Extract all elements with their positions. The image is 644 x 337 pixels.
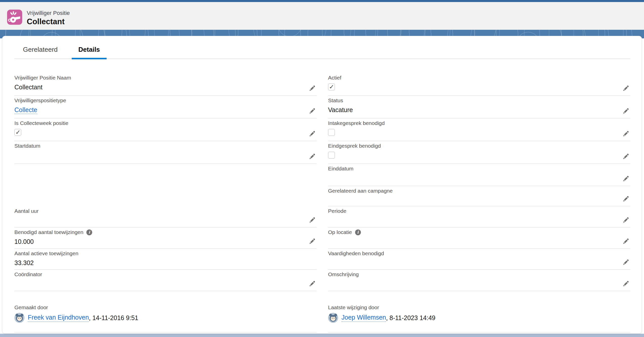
edit-pencil-icon[interactable] [622, 238, 629, 245]
modified-datetime: , 8-11-2023 14:49 [386, 314, 435, 322]
field-startdatum: Startdatum [14, 141, 317, 164]
tab-details[interactable]: Details [72, 46, 106, 59]
edit-pencil-icon[interactable] [309, 238, 316, 245]
field-status: Status Vacature [328, 96, 630, 118]
edit-pencil-icon[interactable] [622, 108, 629, 115]
created-datetime: , 14-11-2016 9:51 [89, 314, 138, 322]
positietype-link[interactable]: Collecte [14, 106, 37, 114]
collecteweek-checkbox: ✓ [14, 129, 21, 136]
record-detail-card: Gerelateerd Details Vrijwilliger Positie… [2, 36, 642, 334]
system-field-grid: Gemaakt door Freek van Eijndhoven [14, 303, 630, 332]
edit-pencil-icon[interactable] [622, 259, 629, 266]
checkmark-icon: ✓ [329, 83, 334, 90]
field-omschrijving: Omschrijving [328, 270, 630, 291]
field-vrijwilliger-positie-naam: Vrijwilliger Positie Naam Collectant [14, 73, 317, 96]
field-gerelateerd-aan-campagne: Gerelateerd aan campagne [328, 186, 630, 206]
modified-by-user-link[interactable]: Joep Willemsen [341, 314, 386, 322]
created-by-user-link[interactable]: Freek van Eijndhoven [28, 314, 89, 322]
field-aantal-actieve-toewijzingen: Aantal actieve toewijzingen 33.302 [14, 249, 317, 270]
field-benodigd-aantal-toewijzingen: Benodigd aantal toewijzingeni 10.000 [14, 227, 317, 249]
field-is-collecteweek-positie: Is Collecteweek positie ✓ [14, 118, 317, 141]
eindgesprek-checkbox: ✓ [328, 152, 335, 159]
field-laatste-wijziging-door: Laatste wijziging door Joep Willemsen [328, 303, 630, 332]
edit-pencil-icon[interactable] [622, 195, 629, 202]
page-title: Collectant [27, 17, 70, 27]
edit-pencil-icon[interactable] [622, 175, 629, 182]
edit-pencil-icon[interactable] [309, 108, 316, 115]
empty-field-slot [14, 164, 317, 186]
field-actief: Actief ✓ [328, 73, 630, 96]
edit-pencil-icon[interactable] [622, 153, 629, 160]
info-icon[interactable]: i [355, 229, 361, 235]
field-vaardigheden-benodigd: Vaardigheden benodigd [328, 249, 630, 270]
checkmark-icon: ✓ [15, 129, 20, 136]
active-tab-underline [72, 58, 106, 59]
info-icon[interactable]: i [86, 229, 92, 235]
field-gemaakt-door: Gemaakt door Freek van Eijndhoven [14, 303, 317, 332]
user-avatar [328, 313, 338, 323]
field-aantal-uur: Aantal uur [14, 206, 317, 227]
record-page-header: Vrijwilliger Positie Collectant [0, 2, 644, 30]
user-avatar [14, 313, 24, 323]
edit-pencil-icon[interactable] [622, 85, 629, 92]
volunteer-whistle-icon [7, 10, 22, 25]
record-tabs: Gerelateerd Details [14, 36, 630, 59]
detail-field-grid: Vrijwilliger Positie Naam Collectant Act… [14, 73, 630, 291]
tab-gerelateerd[interactable]: Gerelateerd [16, 46, 64, 59]
empty-field-slot [14, 186, 317, 206]
actief-checkbox: ✓ [328, 84, 335, 90]
edit-pencil-icon[interactable] [309, 280, 316, 287]
edit-pencil-icon[interactable] [309, 85, 316, 92]
intakegesprek-checkbox: ✓ [328, 129, 335, 136]
field-einddatum: Einddatum [328, 164, 630, 186]
field-eindgesprek-benodigd: Eindgesprek benodigd ✓ [328, 141, 630, 164]
edit-pencil-icon[interactable] [309, 153, 316, 160]
object-type-label: Vrijwilliger Positie [27, 10, 70, 16]
field-periode: Periode [328, 206, 630, 227]
field-coordinator: Coördinator [14, 270, 317, 291]
edit-pencil-icon[interactable] [622, 280, 629, 287]
field-op-locatie: Op locatiei [328, 227, 630, 249]
edit-pencil-icon[interactable] [309, 130, 316, 137]
top-brand-strip [0, 0, 644, 2]
edit-pencil-icon[interactable] [622, 130, 629, 137]
bottom-background-strip [0, 334, 644, 337]
field-intakegesprek-benodigd: Intakegesprek benodigd ✓ [328, 118, 630, 141]
edit-pencil-icon[interactable] [622, 217, 629, 224]
edit-pencil-icon[interactable] [309, 217, 316, 224]
field-vrijwilligerspositietype: Vrijwilligerspositietype Collecte [14, 96, 317, 118]
